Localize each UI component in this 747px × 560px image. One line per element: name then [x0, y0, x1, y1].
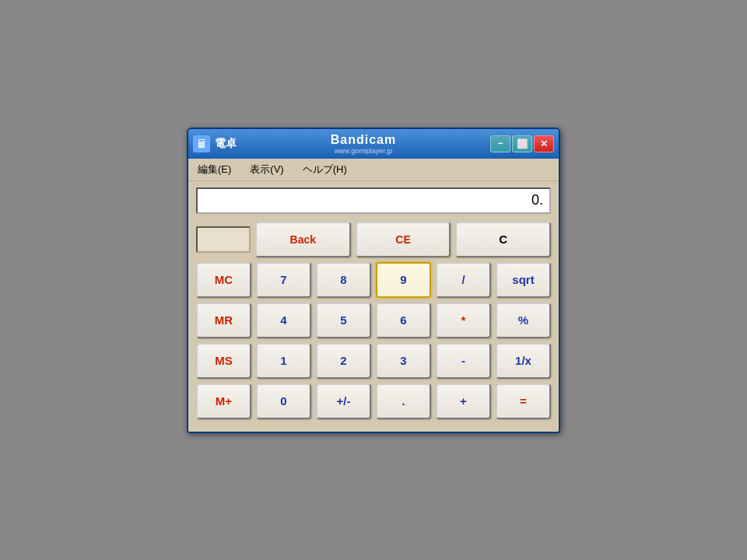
btn-4[interactable]: 4 [256, 303, 311, 338]
btn-add[interactable]: + [436, 383, 491, 419]
btn-6[interactable]: 6 [376, 303, 431, 338]
title-bar: 🖩 電卓 Bandicam www.gomiplayer.jp － ⬜ ✕ [188, 129, 559, 159]
btn-5[interactable]: 5 [316, 303, 371, 338]
btn-8[interactable]: 8 [316, 262, 371, 298]
top-row: Back CE C [196, 222, 551, 257]
button-row-4: M+ 0 +/- . + = [196, 383, 551, 419]
btn-3[interactable]: 3 [376, 343, 431, 379]
bandicam-title: Bandicam [331, 133, 396, 147]
calculator-window: 🖩 電卓 Bandicam www.gomiplayer.jp － ⬜ ✕ 編集… [187, 128, 560, 433]
btn-div[interactable]: / [436, 262, 491, 298]
button-row-1: MC 7 8 9 / sqrt [196, 262, 551, 298]
button-row-3: MS 1 2 3 - 1/x [196, 343, 551, 379]
btn-1[interactable]: 1 [256, 343, 311, 379]
btn-pct[interactable]: % [496, 303, 551, 338]
btn-eq[interactable]: = [496, 383, 551, 419]
btn-7[interactable]: 7 [256, 262, 311, 298]
calculator-display: 0. [196, 187, 551, 214]
title-center: Bandicam www.gomiplayer.jp [241, 133, 486, 155]
mr-button[interactable]: MR [196, 303, 251, 338]
menu-help[interactable]: ヘルプ(H) [300, 161, 350, 178]
maximize-button[interactable]: ⬜ [512, 135, 532, 152]
top-buttons: Back CE C [255, 222, 551, 257]
btn-recip[interactable]: 1/x [496, 343, 551, 379]
memory-display [196, 226, 251, 253]
btn-dot[interactable]: . [376, 383, 431, 419]
minimize-button[interactable]: － [490, 135, 510, 152]
btn-sqrt[interactable]: sqrt [496, 262, 551, 298]
btn-sub[interactable]: - [436, 343, 491, 379]
menu-view[interactable]: 表示(V) [247, 161, 286, 178]
menu-bar: 編集(E) 表示(V) ヘルプ(H) [188, 159, 559, 181]
app-icon: 🖩 [193, 135, 210, 152]
display-area: 0. [188, 181, 559, 217]
btn-0[interactable]: 0 [256, 383, 311, 419]
mc-button[interactable]: MC [196, 262, 251, 298]
btn-mul[interactable]: * [436, 303, 491, 338]
calculator-body: Back CE C MC 7 8 9 / sqrt MR 4 5 6 * % M… [188, 217, 559, 432]
c-button[interactable]: C [455, 222, 551, 257]
window-controls: － ⬜ ✕ [490, 135, 554, 152]
btn-sign[interactable]: +/- [316, 383, 371, 419]
display-value: 0. [531, 192, 543, 208]
button-row-2: MR 4 5 6 * % [196, 303, 551, 338]
close-button[interactable]: ✕ [534, 135, 554, 152]
btn-9[interactable]: 9 [376, 262, 431, 298]
ms-button[interactable]: MS [196, 343, 251, 379]
app-title-jp: 電卓 [215, 137, 237, 151]
back-button[interactable]: Back [255, 222, 351, 257]
ce-button[interactable]: CE [356, 222, 451, 257]
bandicam-subtitle: www.gomiplayer.jp [335, 147, 393, 155]
btn-2[interactable]: 2 [316, 343, 371, 379]
mplus-button[interactable]: M+ [196, 383, 251, 419]
menu-edit[interactable]: 編集(E) [195, 161, 234, 178]
